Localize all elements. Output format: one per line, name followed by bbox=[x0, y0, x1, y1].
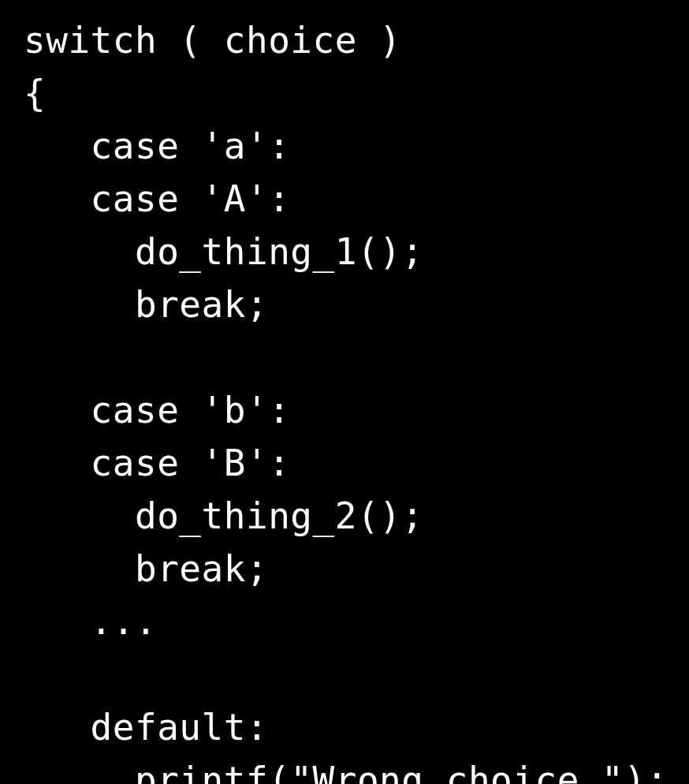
code-block: switch ( choice ) { case 'a': case 'A': … bbox=[0, 0, 689, 784]
code-content: switch ( choice ) { case 'a': case 'A': … bbox=[24, 19, 669, 784]
